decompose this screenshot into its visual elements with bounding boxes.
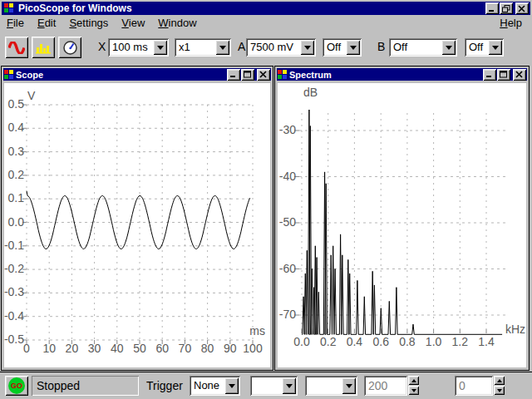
scope-chart: 0.50.40.30.20.10.0-0.1-0.2-0.3-0.4-0.501…	[4, 83, 270, 367]
gauge-icon	[63, 41, 77, 55]
minimize-button[interactable]	[485, 2, 499, 14]
maximize-button[interactable]	[497, 69, 510, 81]
svg-text:0.4: 0.4	[8, 121, 25, 134]
close-button[interactable]	[513, 69, 526, 81]
trigger-threshold-spinner	[408, 376, 419, 396]
svg-text:10: 10	[42, 342, 56, 355]
dropdown-arrow-icon[interactable]	[300, 40, 314, 55]
trigger-direction-select[interactable]	[305, 376, 357, 396]
close-button[interactable]	[257, 69, 270, 81]
dropdown-arrow-icon[interactable]	[342, 377, 356, 394]
dropdown-arrow-icon[interactable]	[346, 40, 360, 55]
svg-text:60: 60	[155, 342, 169, 355]
meter-view-button[interactable]	[58, 37, 81, 58]
menu-item-help[interactable]: Help	[493, 16, 529, 30]
svg-text:kHz: kHz	[505, 323, 525, 336]
channel-a-label: A	[238, 40, 245, 53]
svg-text:1.2: 1.2	[452, 335, 469, 348]
go-button[interactable]: GO	[5, 376, 28, 396]
channel-a-range-select[interactable]: 7500 mV	[246, 38, 316, 57]
menu-item-window[interactable]: Window	[151, 16, 203, 30]
arrow-up-icon	[497, 379, 502, 382]
channel-b-mode-select[interactable]: Off	[465, 38, 504, 57]
spectrum-view-button[interactable]	[32, 37, 55, 58]
spectrum-window-title: Spectrum	[289, 70, 332, 80]
channel-b-range-select[interactable]: Off	[389, 38, 457, 57]
spin-up-button[interactable]	[408, 376, 419, 385]
spectrum-window-icon	[278, 70, 287, 79]
svg-text:-0.2: -0.2	[4, 262, 24, 275]
svg-text:-40: -40	[279, 170, 296, 183]
minimize-icon	[229, 71, 238, 78]
app-icon	[3, 2, 15, 14]
trigger-threshold-field[interactable]: 200	[364, 376, 407, 396]
svg-text:0.2: 0.2	[320, 335, 337, 348]
scope-window-titlebar: Scope	[3, 68, 271, 81]
trigger-source-select[interactable]	[250, 376, 298, 396]
svg-text:-0.3: -0.3	[4, 285, 24, 298]
svg-text:0.2: 0.2	[8, 168, 25, 181]
svg-text:-70: -70	[279, 308, 296, 321]
scope-window: Scope 0.50.40.30.20.10.0-0.1-0.2-0.3-0.4…	[1, 66, 273, 371]
trigger-mode-select[interactable]: None	[190, 376, 240, 396]
arrow-up-icon	[411, 379, 416, 382]
svg-text:0.0: 0.0	[8, 215, 25, 229]
menu-items: FileEditSettingsViewWindow	[0, 16, 204, 30]
svg-text:-60: -60	[279, 262, 296, 275]
trigger-threshold-value: 200	[368, 379, 387, 392]
svg-text:0.6: 0.6	[372, 335, 389, 348]
svg-text:40: 40	[111, 342, 124, 355]
dropdown-arrow-icon[interactable]	[215, 40, 229, 55]
scope-view-button[interactable]	[5, 37, 28, 58]
menubar: FileEditSettingsViewWindow Help	[0, 15, 532, 30]
svg-text:0.3: 0.3	[8, 145, 25, 158]
restore-icon	[502, 5, 510, 12]
spectrum-chart: -30-40-50-60-700.00.20.40.60.81.01.21.4d…	[278, 83, 526, 367]
spin-down-button[interactable]	[494, 386, 505, 395]
restore-button[interactable]	[500, 2, 513, 14]
spin-down-button[interactable]	[408, 386, 419, 395]
trigger-label: Trigger	[146, 379, 183, 392]
menu-item-settings[interactable]: Settings	[62, 16, 115, 30]
scope-trace	[27, 191, 250, 249]
channel-a-mode-select[interactable]: Off	[323, 38, 362, 57]
sine-wave-icon	[8, 42, 25, 54]
svg-text:0.1: 0.1	[8, 191, 25, 204]
dropdown-arrow-icon[interactable]	[282, 377, 296, 394]
titlebar: PicoScope for Windows	[2, 2, 530, 15]
svg-text:0.4: 0.4	[347, 335, 363, 348]
close-button[interactable]	[515, 2, 529, 14]
picoscope-app-window: PicoScope for Windows FileEditSettingsVi…	[0, 0, 532, 399]
svg-text:-50: -50	[279, 215, 296, 229]
multiplier-select[interactable]: x1	[175, 38, 231, 57]
minimize-button[interactable]	[483, 69, 496, 81]
maximize-button[interactable]	[241, 69, 254, 81]
trigger-delay-field[interactable]: 0	[455, 376, 493, 396]
scope-window-icon	[4, 70, 13, 79]
window-controls	[485, 2, 529, 14]
svg-text:100: 100	[243, 342, 263, 355]
dropdown-arrow-icon[interactable]	[488, 40, 502, 55]
close-icon	[518, 5, 526, 12]
dropdown-arrow-icon[interactable]	[153, 40, 167, 55]
arrow-down-icon	[411, 389, 416, 392]
dropdown-arrow-icon[interactable]	[441, 40, 456, 55]
channel-b-label: B	[377, 40, 385, 53]
svg-text:90: 90	[224, 342, 237, 355]
menu-item-view[interactable]: View	[115, 16, 151, 30]
mdi-area: Scope 0.50.40.30.20.10.0-0.1-0.2-0.3-0.4…	[0, 64, 532, 372]
svg-text:50: 50	[133, 342, 146, 355]
dropdown-arrow-icon[interactable]	[224, 377, 239, 394]
minimize-button[interactable]	[227, 69, 240, 81]
timebase-select[interactable]: 100 ms	[108, 38, 169, 57]
menu-item-file[interactable]: File	[0, 16, 31, 30]
svg-text:0.0: 0.0	[293, 335, 310, 348]
status-field: Stopped	[32, 376, 139, 396]
svg-text:30: 30	[88, 342, 101, 355]
svg-text:80: 80	[201, 342, 214, 355]
svg-text:1.0: 1.0	[426, 335, 442, 348]
spin-up-button[interactable]	[494, 376, 505, 385]
svg-text:0.5: 0.5	[8, 97, 25, 111]
svg-text:-30: -30	[279, 123, 296, 136]
menu-item-edit[interactable]: Edit	[31, 16, 62, 30]
